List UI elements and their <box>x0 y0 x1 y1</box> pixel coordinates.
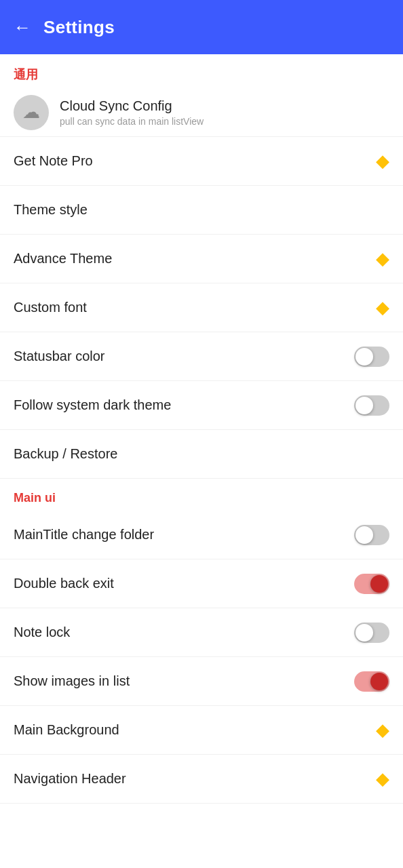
statusbar-color-title: Statusbar color <box>14 349 105 364</box>
theme-style-title: Theme style <box>14 202 88 218</box>
list-item-advance-theme[interactable]: Advance Theme ◆ <box>0 235 403 283</box>
note-lock-toggle[interactable] <box>354 623 389 643</box>
list-item-custom-font[interactable]: Custom font ◆ <box>0 283 403 332</box>
list-item-navigation-header[interactable]: Navigation Header ◆ <box>0 755 403 804</box>
diamond-icon-custom-font: ◆ <box>376 297 389 318</box>
cloud-sync-subtitle: pull can sync data in main listView <box>60 116 204 127</box>
double-back-exit-toggle[interactable] <box>354 574 389 594</box>
diamond-icon-navigation-header: ◆ <box>376 768 389 789</box>
backup-restore-title: Backup / Restore <box>14 446 117 462</box>
follow-system-dark-toggle[interactable] <box>354 395 389 416</box>
section-header-main-ui: Main ui <box>0 479 403 511</box>
list-item-main-background[interactable]: Main Background ◆ <box>0 706 403 755</box>
list-item-statusbar-color[interactable]: Statusbar color <box>0 332 403 381</box>
diamond-icon-get-note-pro: ◆ <box>376 151 389 172</box>
list-item-show-images-in-list[interactable]: Show images in list <box>0 657 403 706</box>
double-back-exit-title: Double back exit <box>14 576 114 591</box>
cloud-sync-icon-wrap: ☁ <box>14 95 49 130</box>
note-lock-title: Note lock <box>14 625 70 640</box>
list-item-get-note-pro[interactable]: Get Note Pro ◆ <box>0 137 403 186</box>
main-background-title: Main Background <box>14 722 119 738</box>
maintitle-change-folder-toggle[interactable] <box>354 525 389 545</box>
maintitle-change-folder-title: MainTitle change folder <box>14 527 154 542</box>
show-images-in-list-title: Show images in list <box>14 673 130 689</box>
diamond-icon-advance-theme: ◆ <box>376 248 389 269</box>
navigation-header-title: Navigation Header <box>14 771 126 787</box>
section-header-general: 通用 <box>0 54 403 88</box>
list-item-backup-restore[interactable]: Backup / Restore <box>0 430 403 479</box>
list-item-maintitle-change-folder[interactable]: MainTitle change folder <box>0 511 403 559</box>
back-button[interactable]: ← <box>14 18 31 36</box>
app-bar-title: Settings <box>43 17 115 38</box>
list-item-double-back-exit[interactable]: Double back exit <box>0 559 403 608</box>
cloud-icon: ☁ <box>22 102 40 123</box>
list-item-note-lock[interactable]: Note lock <box>0 608 403 657</box>
follow-system-dark-title: Follow system dark theme <box>14 397 171 413</box>
list-item-follow-system-dark[interactable]: Follow system dark theme <box>0 381 403 430</box>
show-images-in-list-toggle[interactable] <box>354 671 389 692</box>
cloud-sync-title: Cloud Sync Config <box>60 98 204 114</box>
statusbar-color-toggle[interactable] <box>354 347 389 367</box>
settings-content: 通用 ☁ Cloud Sync Config pull can sync dat… <box>0 54 403 804</box>
list-item-cloud-sync[interactable]: ☁ Cloud Sync Config pull can sync data i… <box>0 88 403 137</box>
diamond-icon-main-background: ◆ <box>376 719 389 741</box>
app-bar: ← Settings <box>0 0 403 54</box>
custom-font-title: Custom font <box>14 300 87 315</box>
get-note-pro-title: Get Note Pro <box>14 153 93 169</box>
list-item-theme-style[interactable]: Theme style <box>0 186 403 235</box>
advance-theme-title: Advance Theme <box>14 251 112 267</box>
